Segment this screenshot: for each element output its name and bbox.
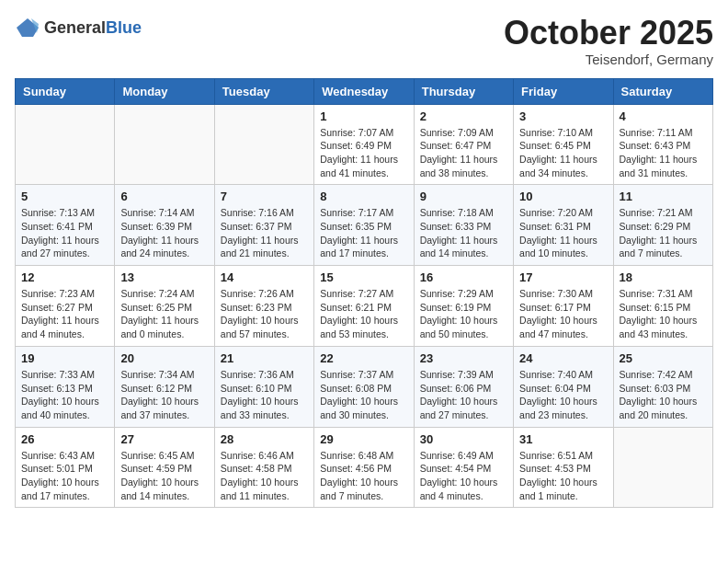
logo: GeneralBlue (15, 15, 142, 40)
weekday-header-cell: Wednesday (314, 78, 414, 104)
day-number: 31 (519, 432, 607, 446)
day-info: Sunrise: 7:34 AMSunset: 6:12 PMDaylight:… (120, 368, 208, 422)
page-header: GeneralBlue October 2025 Teisendorf, Ger… (15, 15, 713, 67)
day-number: 23 (420, 351, 507, 365)
calendar-day-cell: 16Sunrise: 7:29 AMSunset: 6:19 PMDayligh… (414, 266, 513, 347)
weekday-header-cell: Monday (115, 78, 214, 104)
calendar-day-cell (115, 104, 214, 185)
day-number: 24 (519, 351, 607, 365)
logo-icon (15, 15, 40, 40)
calendar-day-cell: 10Sunrise: 7:20 AMSunset: 6:31 PMDayligh… (514, 185, 613, 266)
day-info: Sunrise: 7:20 AMSunset: 6:31 PMDaylight:… (519, 206, 607, 260)
calendar-day-cell: 30Sunrise: 6:49 AMSunset: 4:54 PMDayligh… (414, 427, 513, 508)
day-number: 11 (620, 190, 707, 203)
calendar-day-cell (16, 104, 115, 185)
day-info: Sunrise: 7:26 AMSunset: 6:23 PMDaylight:… (221, 287, 308, 341)
day-number: 27 (120, 432, 208, 446)
day-number: 5 (21, 190, 108, 203)
calendar-day-cell (214, 104, 313, 185)
day-info: Sunrise: 7:29 AMSunset: 6:19 PMDaylight:… (420, 287, 507, 341)
calendar-day-cell: 29Sunrise: 6:48 AMSunset: 4:56 PMDayligh… (314, 427, 414, 508)
day-number: 6 (120, 190, 208, 203)
weekday-header-cell: Thursday (414, 78, 513, 104)
calendar-day-cell: 19Sunrise: 7:33 AMSunset: 6:13 PMDayligh… (16, 346, 115, 427)
calendar-day-cell: 15Sunrise: 7:27 AMSunset: 6:21 PMDayligh… (314, 266, 414, 347)
day-info: Sunrise: 7:40 AMSunset: 6:04 PMDaylight:… (519, 368, 607, 422)
calendar-day-cell: 3Sunrise: 7:10 AMSunset: 6:45 PMDaylight… (514, 104, 613, 185)
day-info: Sunrise: 7:39 AMSunset: 6:06 PMDaylight:… (420, 368, 507, 422)
day-number: 22 (320, 351, 407, 365)
calendar-week-row: 5Sunrise: 7:13 AMSunset: 6:41 PMDaylight… (16, 185, 713, 266)
day-number: 8 (320, 190, 407, 203)
day-info: Sunrise: 7:33 AMSunset: 6:13 PMDaylight:… (21, 368, 108, 422)
day-number: 26 (21, 432, 108, 446)
day-number: 30 (420, 432, 507, 446)
day-number: 28 (221, 432, 308, 446)
day-info: Sunrise: 7:16 AMSunset: 6:37 PMDaylight:… (221, 206, 308, 260)
calendar-title: October 2025 (504, 15, 713, 52)
calendar-day-cell: 23Sunrise: 7:39 AMSunset: 6:06 PMDayligh… (414, 346, 513, 427)
calendar-day-cell: 12Sunrise: 7:23 AMSunset: 6:27 PMDayligh… (16, 266, 115, 347)
day-info: Sunrise: 6:49 AMSunset: 4:54 PMDaylight:… (420, 449, 507, 503)
day-number: 16 (420, 270, 507, 284)
day-number: 21 (221, 351, 308, 365)
day-info: Sunrise: 7:10 AMSunset: 6:45 PMDaylight:… (519, 126, 607, 180)
day-number: 12 (21, 270, 108, 284)
calendar-day-cell: 24Sunrise: 7:40 AMSunset: 6:04 PMDayligh… (514, 346, 613, 427)
calendar-table: SundayMondayTuesdayWednesdayThursdayFrid… (15, 78, 713, 509)
day-info: Sunrise: 7:11 AMSunset: 6:43 PMDaylight:… (620, 126, 707, 180)
calendar-location: Teisendorf, Germany (504, 52, 713, 67)
day-info: Sunrise: 7:24 AMSunset: 6:25 PMDaylight:… (120, 287, 208, 341)
calendar-day-cell: 11Sunrise: 7:21 AMSunset: 6:29 PMDayligh… (613, 185, 712, 266)
calendar-day-cell: 18Sunrise: 7:31 AMSunset: 6:15 PMDayligh… (613, 266, 712, 347)
calendar-day-cell: 1Sunrise: 7:07 AMSunset: 6:49 PMDaylight… (314, 104, 414, 185)
calendar-week-row: 26Sunrise: 6:43 AMSunset: 5:01 PMDayligh… (16, 427, 713, 508)
calendar-day-cell: 28Sunrise: 6:46 AMSunset: 4:58 PMDayligh… (214, 427, 313, 508)
day-number: 15 (320, 270, 407, 284)
day-info: Sunrise: 6:48 AMSunset: 4:56 PMDaylight:… (320, 449, 407, 503)
weekday-header-cell: Friday (514, 78, 613, 104)
calendar-day-cell (613, 427, 712, 508)
day-info: Sunrise: 7:42 AMSunset: 6:03 PMDaylight:… (620, 368, 707, 422)
calendar-day-cell: 7Sunrise: 7:16 AMSunset: 6:37 PMDaylight… (214, 185, 313, 266)
day-info: Sunrise: 7:30 AMSunset: 6:17 PMDaylight:… (519, 287, 607, 341)
day-info: Sunrise: 6:45 AMSunset: 4:59 PMDaylight:… (120, 449, 208, 503)
day-number: 13 (120, 270, 208, 284)
day-info: Sunrise: 6:43 AMSunset: 5:01 PMDaylight:… (21, 449, 108, 503)
calendar-day-cell: 22Sunrise: 7:37 AMSunset: 6:08 PMDayligh… (314, 346, 414, 427)
calendar-week-row: 12Sunrise: 7:23 AMSunset: 6:27 PMDayligh… (16, 266, 713, 347)
day-number: 7 (221, 190, 308, 203)
weekday-header-row: SundayMondayTuesdayWednesdayThursdayFrid… (16, 78, 713, 104)
calendar-day-cell: 2Sunrise: 7:09 AMSunset: 6:47 PMDaylight… (414, 104, 513, 185)
logo-text-blue: Blue (106, 18, 142, 37)
day-info: Sunrise: 7:27 AMSunset: 6:21 PMDaylight:… (320, 287, 407, 341)
day-number: 20 (120, 351, 208, 365)
day-number: 14 (221, 270, 308, 284)
calendar-day-cell: 8Sunrise: 7:17 AMSunset: 6:35 PMDaylight… (314, 185, 414, 266)
day-number: 4 (620, 109, 707, 123)
calendar-week-row: 19Sunrise: 7:33 AMSunset: 6:13 PMDayligh… (16, 346, 713, 427)
calendar-day-cell: 14Sunrise: 7:26 AMSunset: 6:23 PMDayligh… (214, 266, 313, 347)
calendar-day-cell: 20Sunrise: 7:34 AMSunset: 6:12 PMDayligh… (115, 346, 214, 427)
day-number: 19 (21, 351, 108, 365)
day-info: Sunrise: 7:21 AMSunset: 6:29 PMDaylight:… (620, 206, 707, 260)
calendar-day-cell: 26Sunrise: 6:43 AMSunset: 5:01 PMDayligh… (16, 427, 115, 508)
calendar-day-cell: 4Sunrise: 7:11 AMSunset: 6:43 PMDaylight… (613, 104, 712, 185)
day-number: 9 (420, 190, 507, 203)
weekday-header-cell: Sunday (16, 78, 115, 104)
calendar-day-cell: 27Sunrise: 6:45 AMSunset: 4:59 PMDayligh… (115, 427, 214, 508)
day-number: 25 (620, 351, 707, 365)
day-info: Sunrise: 7:07 AMSunset: 6:49 PMDaylight:… (320, 126, 407, 180)
day-info: Sunrise: 7:09 AMSunset: 6:47 PMDaylight:… (420, 126, 507, 180)
day-info: Sunrise: 7:14 AMSunset: 6:39 PMDaylight:… (120, 206, 208, 260)
day-info: Sunrise: 7:23 AMSunset: 6:27 PMDaylight:… (21, 287, 108, 341)
calendar-day-cell: 31Sunrise: 6:51 AMSunset: 4:53 PMDayligh… (514, 427, 613, 508)
calendar-day-cell: 21Sunrise: 7:36 AMSunset: 6:10 PMDayligh… (214, 346, 313, 427)
day-info: Sunrise: 7:13 AMSunset: 6:41 PMDaylight:… (21, 206, 108, 260)
day-number: 17 (519, 270, 607, 284)
day-info: Sunrise: 7:36 AMSunset: 6:10 PMDaylight:… (221, 368, 308, 422)
day-info: Sunrise: 7:31 AMSunset: 6:15 PMDaylight:… (620, 287, 707, 341)
title-block: October 2025 Teisendorf, Germany (504, 15, 713, 67)
day-info: Sunrise: 7:17 AMSunset: 6:35 PMDaylight:… (320, 206, 407, 260)
weekday-header-cell: Saturday (613, 78, 712, 104)
